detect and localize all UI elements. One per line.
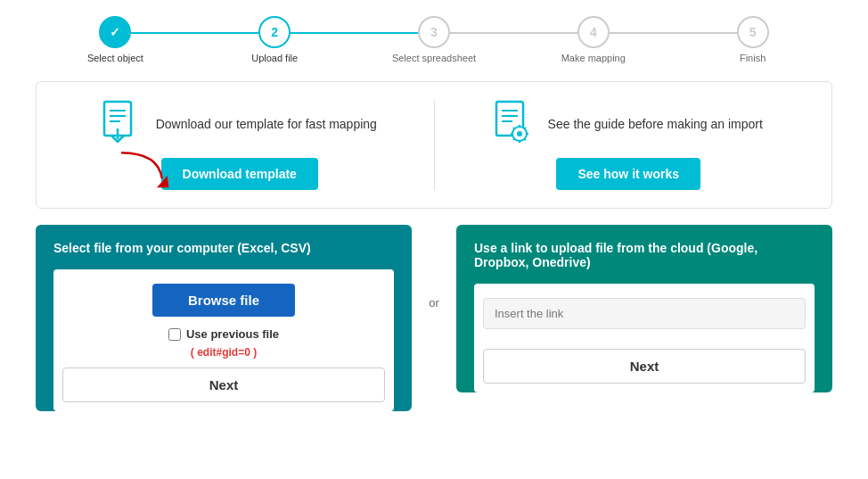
step-label-4: Make mapping <box>561 53 626 63</box>
info-card-download-text: Download our template for fast mapping <box>156 116 377 134</box>
svg-line-18 <box>524 128 525 128</box>
local-upload-box: Select file from your computer (Excel, C… <box>36 225 412 411</box>
info-divider <box>434 100 435 190</box>
info-card-download: Download our template for fast mapping D… <box>63 100 416 190</box>
step-label-2: Upload file <box>251 53 298 63</box>
svg-line-19 <box>513 139 514 140</box>
local-next-button[interactable]: Next <box>62 368 385 402</box>
step-select-object: ✓ Select object <box>36 16 195 63</box>
step-label-5: Finish <box>740 53 766 63</box>
cloud-next-button[interactable]: Next <box>483 349 806 384</box>
use-previous-checkbox[interactable] <box>168 328 181 341</box>
svg-line-16 <box>513 128 514 128</box>
use-previous-label: Use previous file <box>186 327 279 341</box>
cloud-upload-box: Use a link to upload file from the cloud… <box>456 225 832 392</box>
step-label-1: Select object <box>87 53 143 63</box>
or-divider: or <box>412 225 456 310</box>
upload-section: Select file from your computer (Excel, C… <box>36 225 832 411</box>
step-circle-2: 2 <box>258 16 291 48</box>
local-upload-inner: Browse file Use previous file ( edit#gid… <box>53 269 394 411</box>
step-finish: 5 Finish <box>673 16 832 63</box>
download-doc-icon <box>102 100 142 149</box>
step-upload-file: 2 Upload file <box>195 16 355 63</box>
see-how-it-works-button[interactable]: See how it works <box>556 158 700 190</box>
info-card-download-content: Download our template for fast mapping <box>102 100 377 149</box>
info-card-guide-content: See the guide before making an import <box>495 100 763 149</box>
link-input[interactable] <box>483 298 806 329</box>
cloud-upload-inner: Next <box>474 284 815 392</box>
arrow-wrapper: Download template <box>161 158 318 190</box>
stepper: ✓ Select object 2 Upload file 3 Select s… <box>0 0 868 72</box>
svg-point-11 <box>517 131 522 136</box>
browse-file-button[interactable]: Browse file <box>152 284 295 317</box>
info-card-guide-text: See the guide before making an import <box>548 116 763 134</box>
local-upload-title: Select file from your computer (Excel, C… <box>53 241 394 255</box>
step-circle-3: 3 <box>418 16 450 48</box>
step-circle-4: 4 <box>577 16 610 48</box>
red-arrow-icon <box>112 149 175 194</box>
guide-doc-icon <box>495 100 534 149</box>
step-select-spreadsheet: 3 Select spreadsheet <box>355 16 514 63</box>
step-circle-5: 5 <box>737 16 769 48</box>
step-label-3: Select spreadsheet <box>392 53 476 63</box>
download-template-button[interactable]: Download template <box>161 158 318 190</box>
step-make-mapping: 4 Make mapping <box>513 16 673 63</box>
svg-line-17 <box>524 139 525 140</box>
cloud-upload-title: Use a link to upload file from the cloud… <box>474 241 815 269</box>
step-circle-1: ✓ <box>99 16 131 48</box>
info-card-guide: See the guide before making an import Se… <box>453 100 806 190</box>
edit-link[interactable]: ( edit#gid=0 ) <box>191 346 257 359</box>
info-section: Download our template for fast mapping D… <box>36 81 832 209</box>
use-previous-row: Use previous file <box>168 327 279 341</box>
